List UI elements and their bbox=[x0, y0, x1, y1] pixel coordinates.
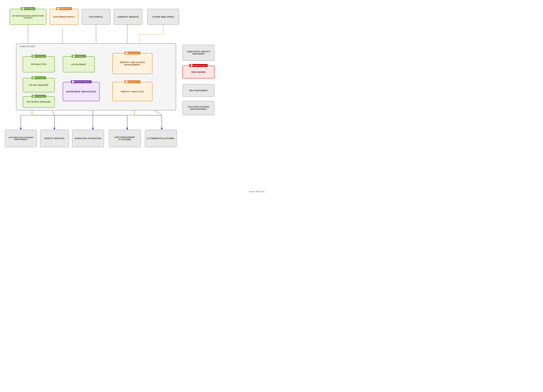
ciam-label: CIAM SYSTEM bbox=[20, 45, 35, 48]
risk-engine-badge: W Stream Processor bbox=[189, 64, 208, 67]
api-manager-portals-badge: W API Manager bbox=[21, 7, 35, 10]
ciam-system-container: CIAM SYSTEM W API Manager API ANALYTICS … bbox=[16, 43, 176, 110]
identity-analytics-box: W Identity Server IDENTITY ANALYTICS bbox=[112, 82, 153, 101]
api-analytics-box: W API Manager API ANALYTICS bbox=[23, 56, 55, 72]
ecommerce-box: E-COMMERCE PLATFORMS bbox=[145, 130, 177, 147]
customer-portal-box: W Identity Server CUSTOMER PORTAL bbox=[50, 9, 79, 25]
api-manager-portals-box: W API Manager API MANAGER PUBLISHER/STOR… bbox=[10, 9, 46, 25]
crm-box: CUSTOMER RELATIONSHIP MANAGEMENT bbox=[5, 130, 37, 147]
enterprise-service-bus-box: W Enterprise Integrator ENTERPRISE SERVI… bbox=[63, 82, 100, 101]
esb-badge: W Enterprise Integrator bbox=[71, 80, 91, 83]
risk-engine-box: W Stream Processor RISK ENGINE bbox=[182, 66, 215, 79]
saas-applications-box: SAAS APPLICATIONS (PROVISIONING) bbox=[182, 101, 215, 115]
identity-access-mgmt-box: W Identity Server IDENTITY AND ACCESS MA… bbox=[112, 53, 153, 74]
mfa-providers-box: MFA PROVIDERS bbox=[182, 84, 215, 97]
iam-badge: W Identity Server bbox=[124, 51, 140, 54]
source-label: Source: WSO2 Inc. bbox=[249, 190, 265, 193]
cxo-portal-box: CXO PORTAL bbox=[82, 9, 110, 25]
api-traffic-manager-box: W API Manager API TRAFFIC MANAGER bbox=[23, 96, 55, 108]
api-analytics-badge: W API Manager bbox=[32, 55, 46, 58]
identity-services-box: IDENTITY SERVICES bbox=[40, 130, 69, 147]
company-website-box: COMPANY WEBSITE bbox=[114, 9, 142, 25]
api-key-manager-badge: W API Manager bbox=[32, 76, 46, 79]
api-key-manager-box: W API Manager API KEY MANAGER bbox=[23, 78, 55, 92]
marketing-automation-box: MARKETING AUTOMATION bbox=[72, 130, 104, 147]
data-management-box: DATA MANAGEMENT PLATFORMS bbox=[109, 130, 141, 147]
api-traffic-manager-badge: W API Manager bbox=[32, 95, 46, 98]
api-gateway-box: W API Manager API GATEWAY bbox=[63, 56, 95, 72]
api-gateway-badge: W API Manager bbox=[72, 55, 86, 58]
identity-analytics-badge: W Identity Server bbox=[124, 80, 140, 83]
diagram-container: W API Manager API MANAGER PUBLISHER/STOR… bbox=[0, 0, 272, 196]
customer-portal-badge: W Identity Server bbox=[56, 7, 72, 10]
other-web-apps-box: OTHER WEB APP(S) bbox=[147, 9, 179, 25]
third-party-idp-box: THIRD PARTY IDENTITY PROVIDERS bbox=[182, 45, 215, 61]
